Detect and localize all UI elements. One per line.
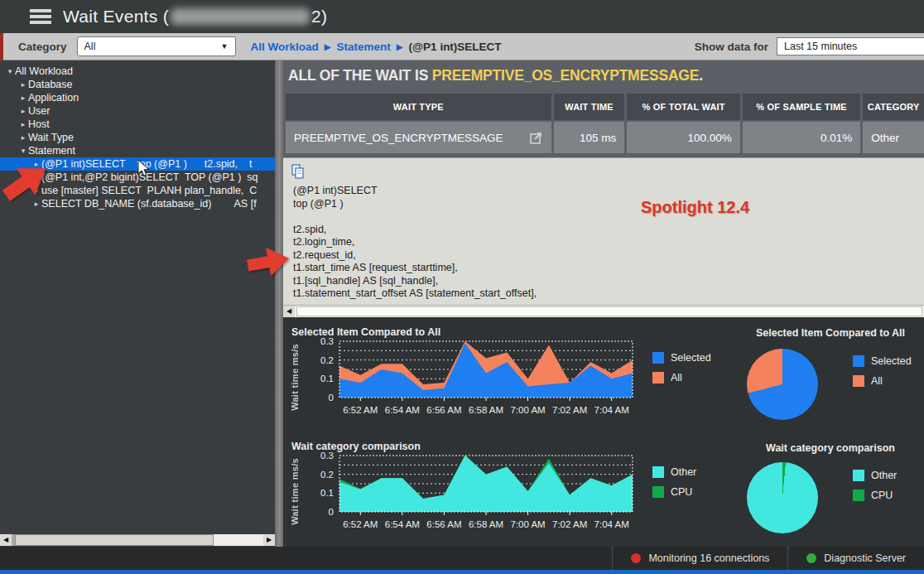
scroll-left-arrow[interactable]: ◀ (283, 306, 295, 317)
status-item-label: Monitoring 16 connections (648, 552, 769, 564)
status-item-diagnostic-server[interactable]: Diagnostic Server (787, 547, 924, 570)
breadcrumb-item[interactable]: Statement (336, 41, 390, 53)
tree-item-all-workload[interactable]: ▾All Workload (0, 65, 275, 78)
svg-text:0.1: 0.1 (320, 374, 334, 383)
tree-item-label: use [master] SELECT PLANH plan_handle, C (41, 184, 257, 197)
wait-table-header-cell: CATEGORY (863, 94, 924, 120)
sql-line: t1.start_time AS [request_starttime], (293, 262, 537, 275)
pie-chart-1-legend: SelectedAll (853, 355, 912, 387)
tree-item-user[interactable]: ▸User (0, 104, 275, 118)
wait-table-header-cell: % OF SAMPLE TIME (743, 94, 860, 120)
svg-text:0.2: 0.2 (320, 470, 334, 480)
headline: ALL OF THE WAIT IS PREEMPTIVE_OS_ENCRYPT… (288, 67, 703, 84)
svg-text:7:00 AM: 7:00 AM (510, 405, 545, 415)
show-data-for-value: Last 15 minutes (784, 41, 857, 52)
wait-table: WAIT TYPEWAIT TIME% OF TOTAL WAIT% OF SA… (286, 94, 924, 153)
svg-text:6:54 AM: 6:54 AM (385, 405, 420, 415)
external-link-icon[interactable] (529, 131, 543, 145)
headline-wait-type: PREEMPTIVE_OS_ENCRYPTMESSAGE (432, 67, 699, 84)
status-bar: Monitoring 16 connectionsDiagnostic Serv… (0, 547, 924, 570)
sql-line: t1.statement_start_offset AS [statement_… (293, 287, 537, 301)
wait-type-cell[interactable]: PREEMPTIVE_OS_ENCRYPTMESSAGE (286, 122, 551, 153)
watermark: Spotlight 12.4 (641, 198, 749, 217)
tree-item-wait-type[interactable]: ▸Wait Type (0, 131, 275, 144)
legend-label: All (871, 375, 883, 387)
wait-table-header-cell: WAIT TYPE (286, 94, 551, 120)
svg-text:7:02 AM: 7:02 AM (552, 405, 587, 415)
tree-item-host[interactable]: ▸Host (0, 118, 275, 131)
copy-icon[interactable] (291, 164, 306, 179)
tree-item-label: Wait Type (28, 131, 74, 144)
category-label: Category (18, 41, 67, 53)
svg-text:0.3: 0.3 (320, 451, 334, 461)
legend-item-all: All (853, 375, 912, 387)
sql-statement-text: (@P1 int)SELECTtop (@P1 ) t2.spid,t2.log… (293, 185, 537, 301)
legend-label: Other (871, 470, 897, 481)
tree-horizontal-scrollbar[interactable]: ◀ ▶ (0, 534, 275, 546)
pie-chart-wait-category (747, 462, 818, 533)
collapsed-arrow-icon[interactable]: ▸ (18, 118, 28, 131)
sql-line: (@P1 int)SELECT (293, 185, 537, 198)
tree-item-statement[interactable]: ▾Statement (0, 144, 275, 157)
wait-table-header-cell: % OF TOTAL WAIT (627, 94, 739, 120)
breadcrumb: All Workload▶Statement▶(@P1 int)SELECT (251, 41, 502, 53)
tree-item-application[interactable]: ▸Application (0, 91, 275, 104)
legend-item-all: All (652, 372, 711, 383)
wait-table-header: WAIT TYPEWAIT TIME% OF TOTAL WAIT% OF SA… (286, 94, 924, 120)
show-data-for-dropdown[interactable]: Last 15 minutes (777, 37, 924, 55)
collapsed-arrow-icon[interactable]: ▸ (18, 131, 28, 144)
svg-text:6:58 AM: 6:58 AM (469, 405, 503, 415)
pie-chart-1-title: Selected Item Compared to All (744, 327, 917, 339)
status-item-monitoring-16-connections[interactable]: Monitoring 16 connections (612, 547, 787, 570)
collapsed-arrow-icon[interactable]: ▸ (18, 91, 28, 104)
svg-text:0.2: 0.2 (320, 355, 334, 365)
expanded-arrow-icon[interactable]: ▾ (5, 65, 15, 78)
sql-text-panel[interactable]: (@P1 int)SELECTtop (@P1 ) t2.spid,t2.log… (283, 157, 924, 317)
scroll-right-arrow[interactable]: ▶ (263, 534, 275, 546)
legend-label: All (671, 372, 682, 383)
legend-swatch (652, 372, 664, 383)
wait-type-value: PREEMPTIVE_OS_ENCRYPTMESSAGE (294, 132, 503, 144)
category-dropdown[interactable]: All ▼ (77, 36, 236, 56)
svg-text:6:56 AM: 6:56 AM (426, 519, 461, 529)
tree-item-label: Host (28, 118, 50, 131)
statement-tree-item[interactable]: ▸SELECT DB_NAME (sf.database_id) AS [f (0, 197, 275, 210)
collapsed-arrow-icon[interactable]: ▸ (18, 78, 28, 91)
window-title: Wait Events (2) (63, 7, 327, 27)
area-chart-1-legend: SelectedAll (652, 352, 711, 383)
tree-scrollbar-track[interactable] (214, 534, 263, 546)
legend-item-other: Other (652, 466, 696, 478)
legend-swatch (853, 490, 864, 501)
legend-swatch (853, 470, 864, 481)
legend-swatch (652, 466, 664, 478)
svg-text:0.3: 0.3 (320, 336, 334, 346)
hamburger-menu-icon[interactable] (30, 9, 51, 24)
expanded-arrow-icon[interactable]: ▾ (18, 144, 28, 157)
sql-line: t2.request_id, (293, 249, 537, 263)
breadcrumb-arrow-icon: ▶ (325, 42, 331, 51)
red-status-dot (631, 553, 641, 563)
pct-sample-time-cell: 0.01% (743, 122, 860, 153)
sql-line: t2.spid, (293, 224, 537, 237)
scroll-left-arrow[interactable]: ◀ (0, 534, 12, 546)
pie-chart-2-title: Wait category comparison (744, 442, 917, 454)
sql-horizontal-scrollbar[interactable]: ◀ (283, 305, 924, 317)
workload-tree-panel: ▾All Workload▸Database▸Application▸User▸… (0, 60, 275, 547)
svg-text:7:02 AM: 7:02 AM (552, 519, 587, 529)
svg-text:7:00 AM: 7:00 AM (510, 519, 545, 529)
breadcrumb-item[interactable]: All Workload (251, 41, 319, 53)
wait-time-cell: 105 ms (554, 122, 625, 153)
category-dropdown-value: All (84, 41, 96, 52)
legend-item-selected: Selected (652, 352, 711, 364)
charts-panel: Selected Item Compared to All Wait time … (283, 317, 924, 547)
wait-table-row[interactable]: PREEMPTIVE_OS_ENCRYPTMESSAGE105 ms100.00… (286, 122, 924, 153)
legend-swatch (652, 352, 664, 364)
sql-scrollbar-thumb[interactable] (296, 306, 922, 316)
legend-label: Selected (871, 355, 912, 367)
tree-item-database[interactable]: ▸Database (0, 78, 275, 91)
tree-scrollbar-thumb[interactable] (15, 534, 214, 546)
collapsed-arrow-icon[interactable]: ▸ (18, 104, 28, 118)
legend-item-other: Other (853, 470, 897, 481)
area-chart-2-legend: OtherCPU (652, 466, 696, 498)
panel-splitter[interactable] (275, 60, 283, 547)
